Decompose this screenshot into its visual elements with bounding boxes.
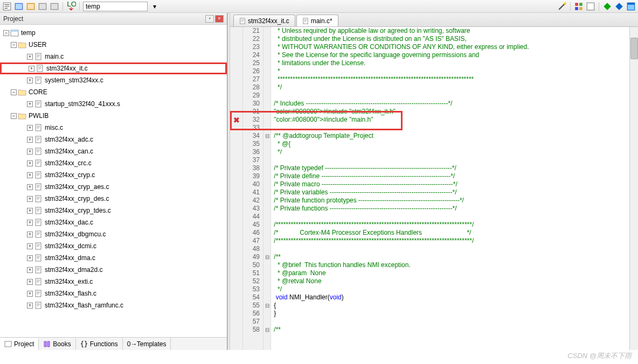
toolbar-icon-1[interactable]	[2, 2, 12, 11]
tree-file[interactable]: +main.c	[0, 51, 227, 62]
toolbar-icon-3[interactable]	[26, 2, 36, 11]
tree-file[interactable]: +startup_stm32f40_41xxx.s	[0, 98, 227, 110]
fold-cell[interactable]	[263, 27, 271, 35]
fold-cell[interactable]	[263, 156, 271, 164]
diamond-green-icon[interactable]	[602, 2, 612, 11]
fold-cell[interactable]	[263, 237, 271, 245]
expand-icon[interactable]: +	[27, 196, 33, 202]
code-line[interactable]: /***************************************…	[272, 221, 629, 229]
code-line[interactable]: "color:#008000">#include "main.h"	[272, 116, 629, 124]
expand-icon[interactable]: +	[27, 279, 33, 285]
panel-pin-button[interactable]: ▫	[205, 15, 214, 23]
code-line[interactable]: /** @addtogroup Template_Project	[272, 132, 629, 140]
code-line[interactable]	[272, 245, 629, 253]
fold-cell[interactable]	[263, 67, 271, 75]
fold-cell[interactable]	[263, 261, 271, 269]
fold-cell[interactable]	[263, 293, 271, 302]
fold-cell[interactable]	[263, 140, 271, 148]
fold-cell[interactable]	[263, 245, 271, 253]
code-line[interactable]	[272, 92, 629, 100]
fold-cell[interactable]: ⊟	[263, 253, 271, 261]
tree-root[interactable]: −temp	[0, 27, 227, 39]
tree-group-core[interactable]: −CORE	[0, 86, 227, 98]
code-line[interactable]: /**	[272, 253, 629, 261]
code-line[interactable]: }	[272, 310, 629, 318]
code-line[interactable]: {	[272, 302, 629, 310]
tree-file[interactable]: +stm32f4xx_it.c	[0, 62, 227, 74]
tree-file[interactable]: +stm32f4xx_exti.c	[0, 276, 227, 288]
manage-icon[interactable]	[586, 2, 595, 11]
code-line[interactable]	[272, 124, 629, 132]
code-line[interactable]: void NMI_Handler(void)	[272, 293, 629, 302]
expand-icon[interactable]: +	[27, 125, 33, 131]
tree-file[interactable]: +stm32f4xx_cryp.c	[0, 169, 227, 181]
expand-icon[interactable]: +	[27, 291, 33, 297]
load-icon[interactable]: LOAD	[66, 2, 76, 11]
fold-cell[interactable]	[263, 124, 271, 132]
expand-icon[interactable]: +	[27, 101, 33, 107]
code-line[interactable]: /***************************************…	[272, 237, 629, 245]
code-area[interactable]: ✖ 21222324252627282930313233343536373839…	[230, 27, 638, 350]
fold-cell[interactable]: ⊟	[263, 302, 271, 310]
toolbar-icon-2[interactable]	[14, 2, 24, 11]
expand-icon[interactable]: +	[27, 255, 33, 261]
tree-file[interactable]: +stm32f4xx_crc.c	[0, 157, 227, 169]
fold-cell[interactable]	[263, 108, 271, 116]
fold-cell[interactable]	[263, 285, 271, 293]
code-line[interactable]: /* Private function prototypes ---------…	[272, 197, 629, 205]
code-text[interactable]: * Unless required by applicable law or a…	[271, 27, 629, 350]
tree-file[interactable]: +stm32f4xx_dbgmcu.c	[0, 228, 227, 240]
fold-cell[interactable]	[263, 318, 271, 326]
fold-cell[interactable]	[263, 310, 271, 318]
fold-cell[interactable]	[263, 180, 271, 188]
expand-icon[interactable]: −	[11, 42, 17, 48]
code-line[interactable]: /* Private define ----------------------…	[272, 172, 629, 180]
code-line[interactable]: */	[272, 83, 629, 92]
tree-file[interactable]: +stm32f4xx_adc.c	[0, 134, 227, 145]
code-line[interactable]: * distributed under the License is distr…	[272, 35, 629, 43]
tree-file[interactable]: +system_stm32f4xx.c	[0, 74, 227, 86]
editor-tab[interactable]: main.c*	[296, 15, 338, 26]
expand-icon[interactable]: +	[27, 78, 33, 83]
diamond-blue-icon[interactable]	[614, 2, 624, 11]
toolbar-icon-4[interactable]	[38, 2, 47, 11]
fold-cell[interactable]	[263, 148, 271, 156]
tree-file[interactable]: +stm32f4xx_cryp_tdes.c	[0, 205, 227, 216]
fold-cell[interactable]	[263, 197, 271, 205]
code-line[interactable]: * limitations under the License.	[272, 59, 629, 67]
code-line[interactable]	[272, 213, 629, 221]
bottom-tab-project[interactable]: Project	[0, 338, 39, 350]
expand-icon[interactable]: +	[27, 232, 33, 237]
expand-icon[interactable]: +	[27, 184, 33, 190]
dropdown-arrow-icon[interactable]: ▾	[150, 2, 160, 11]
expand-icon[interactable]: +	[27, 243, 33, 249]
code-line[interactable]: /* Private functions -------------------…	[272, 205, 629, 213]
fold-cell[interactable]	[263, 116, 271, 124]
fold-cell[interactable]	[263, 51, 271, 59]
fold-cell[interactable]	[263, 221, 271, 229]
code-line[interactable]: /* Private variables -------------------…	[272, 188, 629, 197]
expand-icon[interactable]: +	[27, 220, 33, 226]
fold-cell[interactable]	[263, 43, 271, 51]
fold-cell[interactable]	[263, 213, 271, 221]
code-line[interactable]: ****************************************…	[272, 75, 629, 83]
expand-icon[interactable]: +	[27, 267, 33, 273]
fold-cell[interactable]	[263, 229, 271, 237]
code-line[interactable]: *	[272, 67, 629, 75]
expand-icon[interactable]: +	[27, 54, 33, 60]
code-line[interactable]: * @retval None	[272, 277, 629, 285]
fold-cell[interactable]	[263, 164, 271, 172]
expand-icon[interactable]: +	[27, 303, 33, 309]
code-line[interactable]: * Unless required by applicable law or a…	[272, 27, 629, 35]
tree-file[interactable]: +stm32f4xx_flash.c	[0, 288, 227, 299]
fold-cell[interactable]	[263, 83, 271, 92]
tree-file[interactable]: +stm32f4xx_cryp_des.c	[0, 193, 227, 205]
fold-cell[interactable]	[263, 277, 271, 285]
tree-file[interactable]: +stm32f4xx_cryp_aes.c	[0, 181, 227, 193]
fold-cell[interactable]	[263, 92, 271, 100]
expand-icon[interactable]: +	[27, 160, 33, 166]
expand-icon[interactable]: +	[27, 172, 33, 178]
expand-icon[interactable]: −	[11, 113, 17, 119]
code-line[interactable]: * @param None	[272, 269, 629, 277]
tree-file[interactable]: +stm32f4xx_can.c	[0, 145, 227, 157]
